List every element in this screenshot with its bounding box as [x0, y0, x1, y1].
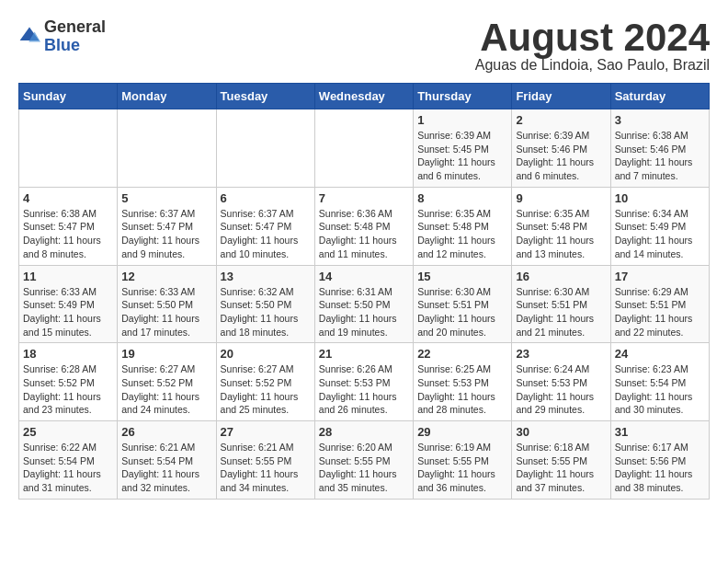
day-info: Sunrise: 6:39 AM Sunset: 5:45 PM Dayligh…: [417, 129, 507, 183]
calendar-day-cell: 24Sunrise: 6:23 AM Sunset: 5:54 PM Dayli…: [610, 343, 709, 421]
day-info: Sunrise: 6:18 AM Sunset: 5:55 PM Dayligh…: [516, 441, 606, 495]
day-number: 27: [221, 425, 311, 439]
location-subtitle: Aguas de Lindoia, Sao Paulo, Brazil: [475, 57, 710, 74]
day-number: 4: [23, 191, 113, 205]
calendar-day-cell: 9Sunrise: 6:35 AM Sunset: 5:48 PM Daylig…: [512, 187, 610, 265]
day-number: 11: [23, 270, 113, 283]
day-number: 6: [221, 191, 311, 205]
day-number: 22: [417, 347, 507, 361]
calendar-day-cell: 1Sunrise: 6:39 AM Sunset: 5:45 PM Daylig…: [414, 109, 512, 188]
day-info: Sunrise: 6:35 AM Sunset: 5:48 PM Dayligh…: [516, 207, 606, 261]
day-of-week-header: Sunday: [19, 84, 118, 109]
calendar-day-cell: 15Sunrise: 6:30 AM Sunset: 5:51 PM Dayli…: [414, 265, 512, 343]
calendar-day-cell: 11Sunrise: 6:33 AM Sunset: 5:49 PM Dayli…: [19, 265, 118, 343]
calendar-day-cell: 12Sunrise: 6:33 AM Sunset: 5:50 PM Dayli…: [118, 265, 216, 343]
day-number: 26: [121, 425, 211, 439]
calendar-day-cell: 14Sunrise: 6:31 AM Sunset: 5:50 PM Dayli…: [314, 265, 413, 343]
day-number: 18: [23, 347, 113, 361]
day-info: Sunrise: 6:33 AM Sunset: 5:50 PM Dayligh…: [121, 285, 211, 339]
day-number: 13: [221, 270, 311, 283]
day-info: Sunrise: 6:37 AM Sunset: 5:47 PM Dayligh…: [221, 207, 311, 261]
title-block: August 2024 Aguas de Lindoia, Sao Paulo,…: [475, 18, 710, 74]
logo-icon: [18, 26, 40, 48]
day-number: 29: [417, 425, 507, 439]
day-info: Sunrise: 6:28 AM Sunset: 5:52 PM Dayligh…: [23, 362, 113, 417]
day-info: Sunrise: 6:29 AM Sunset: 5:51 PM Dayligh…: [615, 285, 705, 339]
day-info: Sunrise: 6:30 AM Sunset: 5:51 PM Dayligh…: [516, 285, 606, 339]
day-number: 20: [221, 347, 311, 361]
calendar-day-cell: 13Sunrise: 6:32 AM Sunset: 5:50 PM Dayli…: [216, 265, 314, 343]
day-info: Sunrise: 6:38 AM Sunset: 5:47 PM Dayligh…: [23, 207, 113, 261]
calendar-day-cell: 16Sunrise: 6:30 AM Sunset: 5:51 PM Dayli…: [512, 265, 610, 343]
calendar-table: SundayMondayTuesdayWednesdayThursdayFrid…: [18, 83, 710, 500]
calendar-week-row: 1Sunrise: 6:39 AM Sunset: 5:45 PM Daylig…: [19, 109, 710, 188]
day-info: Sunrise: 6:17 AM Sunset: 5:56 PM Dayligh…: [615, 441, 705, 495]
calendar-day-cell: 27Sunrise: 6:21 AM Sunset: 5:55 PM Dayli…: [216, 421, 314, 500]
day-number: 1: [417, 113, 507, 127]
logo-blue-text: Blue: [44, 36, 80, 54]
day-info: Sunrise: 6:39 AM Sunset: 5:46 PM Dayligh…: [516, 129, 606, 183]
day-number: 31: [615, 425, 705, 439]
day-number: 19: [121, 347, 211, 361]
calendar-day-cell: 21Sunrise: 6:26 AM Sunset: 5:53 PM Dayli…: [314, 343, 413, 421]
calendar-day-cell: 29Sunrise: 6:19 AM Sunset: 5:55 PM Dayli…: [414, 421, 512, 500]
calendar-day-cell: [216, 109, 314, 188]
day-info: Sunrise: 6:32 AM Sunset: 5:50 PM Dayligh…: [221, 285, 311, 339]
calendar-day-cell: 18Sunrise: 6:28 AM Sunset: 5:52 PM Dayli…: [19, 343, 118, 421]
day-info: Sunrise: 6:31 AM Sunset: 5:50 PM Dayligh…: [319, 285, 409, 339]
calendar-day-cell: 4Sunrise: 6:38 AM Sunset: 5:47 PM Daylig…: [19, 187, 118, 265]
day-number: 23: [516, 347, 606, 361]
calendar-day-cell: [314, 109, 413, 188]
day-number: 9: [516, 191, 606, 205]
day-number: 30: [516, 425, 606, 439]
day-info: Sunrise: 6:27 AM Sunset: 5:52 PM Dayligh…: [221, 362, 311, 417]
day-number: 14: [319, 270, 409, 283]
calendar-day-cell: 3Sunrise: 6:38 AM Sunset: 5:46 PM Daylig…: [610, 109, 709, 188]
day-number: 17: [615, 270, 705, 283]
logo: General Blue: [18, 18, 106, 55]
day-of-week-header: Saturday: [610, 84, 709, 109]
calendar-week-row: 25Sunrise: 6:22 AM Sunset: 5:54 PM Dayli…: [19, 421, 710, 500]
day-info: Sunrise: 6:24 AM Sunset: 5:53 PM Dayligh…: [516, 362, 606, 417]
day-number: 2: [516, 113, 606, 127]
day-of-week-header: Wednesday: [314, 84, 413, 109]
calendar-day-cell: 20Sunrise: 6:27 AM Sunset: 5:52 PM Dayli…: [216, 343, 314, 421]
day-of-week-header: Monday: [118, 84, 216, 109]
calendar-day-cell: 22Sunrise: 6:25 AM Sunset: 5:53 PM Dayli…: [414, 343, 512, 421]
calendar-day-cell: 17Sunrise: 6:29 AM Sunset: 5:51 PM Dayli…: [610, 265, 709, 343]
day-info: Sunrise: 6:38 AM Sunset: 5:46 PM Dayligh…: [615, 129, 705, 183]
day-number: 25: [23, 425, 113, 439]
day-info: Sunrise: 6:35 AM Sunset: 5:48 PM Dayligh…: [417, 207, 507, 261]
day-info: Sunrise: 6:37 AM Sunset: 5:47 PM Dayligh…: [121, 207, 211, 261]
calendar-week-row: 11Sunrise: 6:33 AM Sunset: 5:49 PM Dayli…: [19, 265, 710, 343]
calendar-day-cell: 8Sunrise: 6:35 AM Sunset: 5:48 PM Daylig…: [414, 187, 512, 265]
day-number: 3: [615, 113, 705, 127]
calendar-day-cell: 25Sunrise: 6:22 AM Sunset: 5:54 PM Dayli…: [19, 421, 118, 500]
calendar-day-cell: 6Sunrise: 6:37 AM Sunset: 5:47 PM Daylig…: [216, 187, 314, 265]
day-info: Sunrise: 6:30 AM Sunset: 5:51 PM Dayligh…: [417, 285, 507, 339]
day-number: 28: [319, 425, 409, 439]
day-info: Sunrise: 6:34 AM Sunset: 5:49 PM Dayligh…: [615, 207, 705, 261]
calendar-day-cell: 28Sunrise: 6:20 AM Sunset: 5:55 PM Dayli…: [314, 421, 413, 500]
calendar-day-cell: 7Sunrise: 6:36 AM Sunset: 5:48 PM Daylig…: [314, 187, 413, 265]
calendar-day-cell: [118, 109, 216, 188]
day-info: Sunrise: 6:27 AM Sunset: 5:52 PM Dayligh…: [121, 362, 211, 417]
day-number: 5: [121, 191, 211, 205]
day-of-week-header: Friday: [512, 84, 610, 109]
day-number: 10: [615, 191, 705, 205]
day-of-week-header: Thursday: [414, 84, 512, 109]
logo-general-text: General: [44, 17, 106, 36]
calendar-day-cell: 30Sunrise: 6:18 AM Sunset: 5:55 PM Dayli…: [512, 421, 610, 500]
month-title: August 2024: [475, 18, 710, 57]
day-number: 8: [417, 191, 507, 205]
calendar-day-cell: 5Sunrise: 6:37 AM Sunset: 5:47 PM Daylig…: [118, 187, 216, 265]
day-number: 7: [319, 191, 409, 205]
calendar-day-cell: 2Sunrise: 6:39 AM Sunset: 5:46 PM Daylig…: [512, 109, 610, 188]
calendar-day-cell: 23Sunrise: 6:24 AM Sunset: 5:53 PM Dayli…: [512, 343, 610, 421]
day-info: Sunrise: 6:26 AM Sunset: 5:53 PM Dayligh…: [319, 362, 409, 417]
calendar-day-cell: 26Sunrise: 6:21 AM Sunset: 5:54 PM Dayli…: [118, 421, 216, 500]
day-info: Sunrise: 6:22 AM Sunset: 5:54 PM Dayligh…: [23, 441, 113, 495]
page-header: General Blue August 2024 Aguas de Lindoi…: [18, 18, 710, 74]
calendar-day-cell: 19Sunrise: 6:27 AM Sunset: 5:52 PM Dayli…: [118, 343, 216, 421]
day-info: Sunrise: 6:21 AM Sunset: 5:54 PM Dayligh…: [121, 441, 211, 495]
